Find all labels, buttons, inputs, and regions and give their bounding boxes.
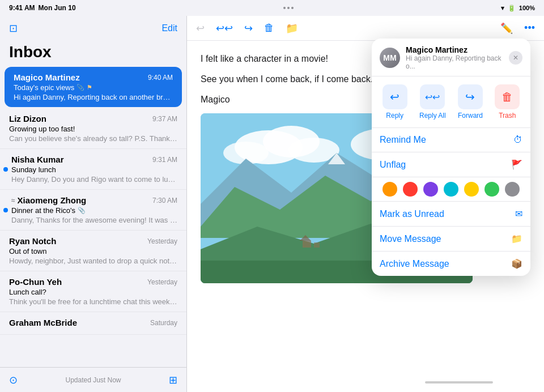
popup-actions: ↩ Reply ↩↩ Reply All ↪ Forward 🗑 Trash	[372, 76, 530, 128]
sidebar-panel-icon[interactable]: ⊡	[9, 22, 18, 35]
unread-dot	[3, 208, 8, 212]
reply-button[interactable]: ↩ Reply	[382, 84, 407, 120]
move-message-button[interactable]: Move Message 📁	[372, 227, 530, 252]
mark-unread-button[interactable]: Mark as Unread ✉	[372, 202, 530, 227]
archive-message-button[interactable]: Archive Message 📦	[372, 252, 530, 276]
color-teal[interactable]	[444, 182, 458, 197]
unflag-button[interactable]: Unflag 🚩	[372, 152, 530, 177]
email-preview: Can you believe she's already so tall? P…	[9, 134, 177, 143]
compose-icon[interactable]: ✏️	[500, 22, 513, 35]
email-list: Magico Martinez 9:40 AM Today's epic vie…	[0, 66, 186, 367]
email-time: 9:31 AM	[152, 156, 177, 164]
email-content: ↩ ↩↩ ↪ 🗑 📁 ✏️ ••• I felt like a characte…	[187, 16, 544, 392]
edit-button[interactable]: Edit	[162, 23, 177, 33]
reply-all-button[interactable]: ↩↩ Reply All	[419, 84, 446, 120]
popup-sender-name: Magico Martinez	[406, 45, 509, 54]
sender-name: Graham McBride	[9, 318, 77, 327]
email-preview: Hi again Danny, Reporting back on anothe…	[14, 93, 173, 101]
trash-icon[interactable]: 🗑	[264, 22, 274, 34]
email-preview: Danny, Thanks for the awesome evening! I…	[11, 216, 177, 224]
sender-name: Nisha Kumar	[11, 155, 64, 164]
email-time: Saturday	[150, 319, 177, 327]
email-subject: Sunday lunch	[11, 165, 177, 174]
email-subject: Lunch call?	[9, 288, 177, 296]
svg-rect-16	[314, 242, 320, 248]
sender-name: Po-Chun Yeh	[9, 277, 62, 287]
filter-icon[interactable]: ⊙	[9, 374, 18, 386]
remind-me-icon: ⏱	[513, 135, 522, 145]
email-preview: Hey Danny, Do you and Rigo want to come …	[11, 175, 177, 184]
color-yellow[interactable]	[464, 182, 479, 197]
color-orange[interactable]	[382, 182, 397, 197]
color-gray[interactable]	[505, 182, 520, 197]
forward-icon: ↪	[458, 84, 483, 109]
color-red[interactable]	[403, 182, 418, 197]
trash-label: Trash	[499, 112, 516, 120]
unflag-label: Unflag	[380, 160, 406, 170]
mark-unread-label: Mark as Unread	[380, 209, 444, 219]
folder-icon[interactable]: 📁	[286, 22, 298, 35]
email-time: Yesterday	[147, 278, 177, 286]
main-container: ⊡ Edit Inbox Magico Martinez 9:40 AM Tod…	[0, 16, 544, 392]
email-subject: Growing up too fast!	[9, 125, 177, 133]
status-time: 9:41 AM	[9, 4, 35, 12]
unflag-icon: 🚩	[511, 159, 522, 170]
popup-sender-preview: Hi again Danny, Reporting back o...	[406, 54, 509, 70]
popup-close-button[interactable]: ✕	[509, 51, 522, 65]
email-time: 9:37 AM	[152, 115, 177, 123]
more-icon[interactable]: •••	[524, 22, 535, 34]
reply-all-icon[interactable]: ↩↩	[216, 22, 233, 35]
trash-button[interactable]: 🗑 Trash	[495, 84, 520, 120]
list-item[interactable]: Nisha Kumar 9:31 AM Sunday lunch Hey Dan…	[0, 149, 186, 190]
forward-icon[interactable]: ↪	[244, 22, 253, 35]
attachment-icon: 📎	[76, 84, 84, 91]
list-item[interactable]: Ryan Notch Yesterday Out of town Howdy, …	[0, 231, 186, 271]
popup-header: MM Magico Martinez Hi again Danny, Repor…	[372, 39, 530, 76]
sender-name: Magico Martinez	[14, 73, 80, 82]
sidebar-toolbar: ⊡ Edit	[0, 16, 186, 41]
archive-message-label: Archive Message	[380, 259, 449, 269]
email-toolbar: ↩ ↩↩ ↪ 🗑 📁 ✏️ •••	[187, 16, 544, 41]
flag-icon: ⚑	[87, 84, 92, 91]
email-preview: Think you'll be free for a lunchtime cha…	[9, 297, 177, 306]
svg-rect-14	[303, 241, 311, 248]
move-message-label: Move Message	[380, 234, 441, 244]
list-item[interactable]: Graham McBride Saturday	[0, 312, 186, 335]
battery-percent: 100%	[519, 5, 535, 11]
back-icon[interactable]: ↩	[196, 22, 205, 35]
sender-name: ≈ Xiaomeng Zhong	[11, 195, 86, 205]
color-purple[interactable]	[423, 182, 438, 197]
trash-icon: 🗑	[495, 84, 520, 109]
color-picker	[372, 177, 530, 202]
archive-message-icon: 📦	[511, 258, 522, 269]
battery-icon: 🔋	[508, 5, 516, 12]
popup-sender-info: MM Magico Martinez Hi again Danny, Repor…	[380, 45, 509, 70]
list-item[interactable]: ≈ Xiaomeng Zhong 7:30 AM Dinner at the R…	[0, 190, 186, 231]
compose-stack-icon[interactable]: ⊞	[169, 374, 177, 386]
email-preview: Howdy, neighbor, Just wanted to drop a q…	[9, 257, 177, 265]
toolbar-left: ↩ ↩↩ ↪ 🗑 📁	[196, 22, 298, 35]
email-subject: Dinner at the Rico's 📎	[11, 206, 177, 215]
email-subject: Today's epic views 📎 ⚑	[14, 83, 173, 92]
email-time: 7:30 AM	[152, 197, 177, 204]
footer-text: Updated Just Now	[65, 376, 121, 384]
toolbar-right: ✏️ •••	[500, 22, 535, 35]
forward-button[interactable]: ↪ Forward	[458, 84, 483, 120]
color-green[interactable]	[484, 182, 499, 197]
list-item[interactable]: Po-Chun Yeh Yesterday Lunch call? Think …	[0, 271, 186, 312]
list-item[interactable]: Magico Martinez 9:40 AM Today's epic vie…	[5, 67, 182, 107]
remind-me-button[interactable]: Remind Me ⏱	[372, 128, 530, 152]
email-time: 9:40 AM	[148, 74, 173, 82]
sidebar: ⊡ Edit Inbox Magico Martinez 9:40 AM Tod…	[0, 16, 187, 392]
popup-card: MM Magico Martinez Hi again Danny, Repor…	[372, 39, 530, 276]
remind-me-label: Remind Me	[380, 135, 426, 145]
status-bar: 9:41 AM Mon Jun 10 ▾ 🔋 100%	[0, 0, 544, 16]
sender-name: Liz Dizon	[9, 114, 46, 123]
reply-icon: ↩	[382, 84, 407, 109]
email-subject: Out of town	[9, 247, 177, 255]
forward-label: Forward	[458, 112, 483, 120]
toolbar-dots	[283, 7, 294, 9]
list-item[interactable]: Liz Dizon 9:37 AM Growing up too fast! C…	[0, 108, 186, 149]
mark-unread-icon: ✉	[515, 208, 522, 219]
sidebar-footer: ⊙ Updated Just Now ⊞	[0, 367, 186, 392]
